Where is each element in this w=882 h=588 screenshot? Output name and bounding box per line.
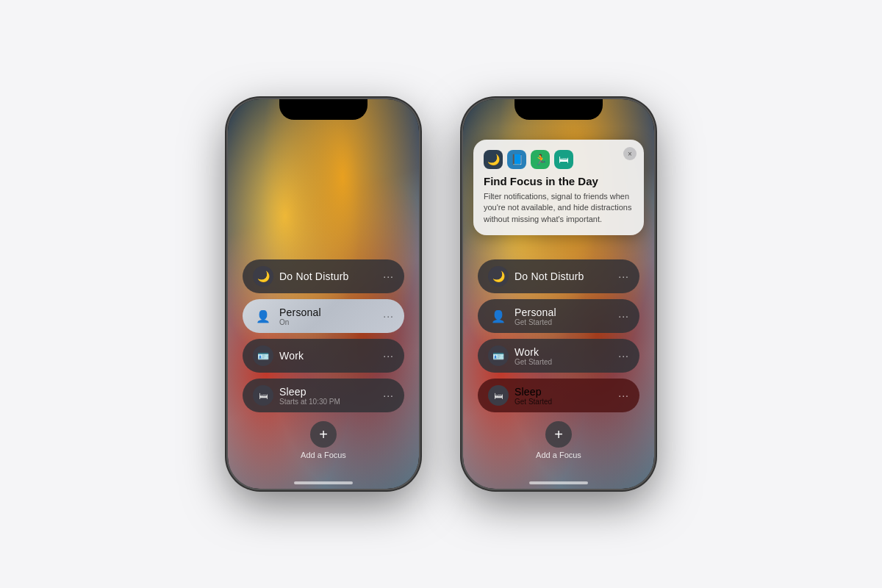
- personal-title: Personal: [279, 306, 383, 318]
- popup-book-icon: 📘: [507, 150, 526, 169]
- add-focus-btn-2[interactable]: +: [545, 421, 572, 448]
- add-focus-label: Add a Focus: [301, 451, 346, 459]
- personal-text-2: Personal Get Started: [509, 306, 618, 326]
- focus-item-dnd[interactable]: 🌙 Do Not Disturb ···: [243, 259, 404, 293]
- phone-1-screen: 🌙 Do Not Disturb ··· 👤 Personal On ···: [228, 99, 419, 489]
- personal-dots-2[interactable]: ···: [618, 310, 629, 322]
- dnd-icon: 🌙: [253, 266, 273, 287]
- popup-run-icon: 🏃: [531, 150, 550, 169]
- phone-1-body: 🌙 Do Not Disturb ··· 👤 Personal On ···: [228, 99, 419, 489]
- notch-2: [514, 99, 603, 120]
- popup-description: Filter notifications, signal to friends …: [484, 191, 634, 225]
- focus-popup: 🌙 📘 🏃 🛏 × Find Focus in the Day Filter n…: [473, 140, 644, 235]
- work-icon-2: 🪪: [488, 345, 509, 366]
- phone-2: 🌙 📘 🏃 🛏 × Find Focus in the Day Filter n…: [463, 99, 654, 489]
- focus-item-sleep-2[interactable]: 🛏 Sleep Get Started ···: [478, 379, 639, 412]
- popup-title: Find Focus in the Day: [484, 175, 634, 187]
- sleep-icon-2: 🛏: [488, 385, 509, 406]
- dnd-title: Do Not Disturb: [279, 270, 383, 282]
- add-focus[interactable]: + Add a Focus: [301, 421, 346, 459]
- popup-moon-icon: 🌙: [484, 150, 503, 169]
- phone-1: 🌙 Do Not Disturb ··· 👤 Personal On ···: [228, 99, 419, 489]
- focus-item-work-2[interactable]: 🪪 Work Get Started ···: [478, 339, 639, 373]
- notch: [279, 99, 368, 120]
- sleep-text-2: Sleep Get Started: [509, 386, 618, 406]
- work-subtitle-2: Get Started: [514, 358, 618, 366]
- focus-item-sleep[interactable]: 🛏 Sleep Starts at 10:30 PM ···: [243, 379, 404, 412]
- dnd-icon-2: 🌙: [488, 266, 509, 287]
- work-text-2: Work Get Started: [509, 346, 618, 366]
- personal-text: Personal On: [273, 306, 383, 326]
- sleep-dots[interactable]: ···: [383, 390, 394, 401]
- focus-item-personal-2[interactable]: 👤 Personal Get Started ···: [478, 299, 639, 333]
- work-title: Work: [279, 350, 383, 362]
- add-focus-label-2: Add a Focus: [536, 451, 581, 459]
- focus-list: 🌙 Do Not Disturb ··· 👤 Personal On ···: [228, 259, 419, 459]
- popup-icons-row: 🌙 📘 🏃 🛏: [484, 150, 634, 169]
- dnd-text-2: Do Not Disturb: [509, 270, 618, 282]
- dnd-title-2: Do Not Disturb: [514, 270, 618, 282]
- home-indicator: [294, 481, 353, 484]
- personal-icon: 👤: [253, 306, 273, 326]
- home-indicator-2: [529, 481, 588, 484]
- dnd-text: Do Not Disturb: [273, 270, 383, 282]
- work-icon: 🪪: [253, 345, 273, 366]
- work-title-2: Work: [514, 346, 618, 358]
- sleep-subtitle: Starts at 10:30 PM: [279, 398, 383, 406]
- personal-subtitle-2: Get Started: [514, 318, 618, 326]
- phone-2-body: 🌙 📘 🏃 🛏 × Find Focus in the Day Filter n…: [463, 99, 654, 489]
- dnd-dots[interactable]: ···: [383, 270, 394, 282]
- sleep-dots-2[interactable]: ···: [618, 390, 629, 401]
- popup-close-button[interactable]: ×: [623, 147, 637, 160]
- personal-icon-2: 👤: [488, 306, 509, 326]
- personal-title-2: Personal: [514, 306, 618, 318]
- work-dots[interactable]: ···: [383, 350, 394, 362]
- dnd-dots-2[interactable]: ···: [618, 270, 629, 282]
- sleep-title: Sleep: [279, 386, 383, 398]
- focus-item-work[interactable]: 🪪 Work ···: [243, 339, 404, 373]
- work-text: Work: [273, 350, 383, 362]
- add-focus-btn[interactable]: +: [310, 421, 337, 448]
- personal-dots[interactable]: ···: [383, 310, 394, 322]
- focus-item-personal[interactable]: 👤 Personal On ···: [243, 299, 404, 333]
- personal-subtitle: On: [279, 318, 383, 326]
- sleep-icon: 🛏: [253, 385, 273, 406]
- popup-bed-icon: 🛏: [554, 150, 573, 169]
- focus-item-dnd-2[interactable]: 🌙 Do Not Disturb ···: [478, 259, 639, 293]
- work-dots-2[interactable]: ···: [618, 350, 629, 362]
- sleep-title-2: Sleep: [514, 386, 618, 398]
- sleep-text: Sleep Starts at 10:30 PM: [273, 386, 383, 406]
- sleep-subtitle-2: Get Started: [514, 398, 618, 406]
- phone-2-screen: 🌙 📘 🏃 🛏 × Find Focus in the Day Filter n…: [463, 99, 654, 489]
- focus-list-2: 🌙 Do Not Disturb ··· 👤 Personal Get Star…: [463, 259, 654, 459]
- add-focus-2[interactable]: + Add a Focus: [536, 421, 581, 459]
